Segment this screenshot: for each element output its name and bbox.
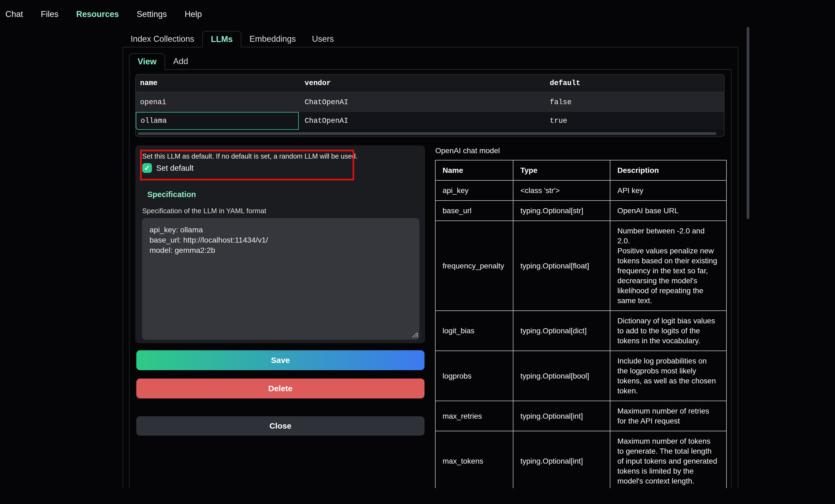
tab-index-collections[interactable]: Index Collections — [123, 31, 202, 47]
param-row-logprobs: logprobs typing.Optional[bool] Include l… — [435, 351, 727, 401]
params-header-row: Name Type Description — [435, 160, 727, 181]
close-button[interactable]: Close — [136, 416, 425, 436]
nav-item-resources[interactable]: Resources — [76, 8, 119, 20]
set-default-help-text: Set this LLM as default. If no default i… — [142, 152, 358, 160]
nav-item-help[interactable]: Help — [184, 8, 202, 20]
param-row-max-tokens: max_tokens typing.Optional[int] Maximum … — [435, 431, 727, 488]
param-row-frequency-penalty: frequency_penalty typing.Optional[float]… — [435, 221, 727, 311]
cell-ollama-vendor[interactable]: ChatOpenAI — [299, 112, 544, 130]
save-button[interactable]: Save — [136, 350, 425, 370]
main-tab-bar: Index Collections LLMs Embeddings Users — [123, 31, 738, 47]
params-header-type: Type — [513, 160, 610, 181]
table-horizontal-scrollbar[interactable] — [138, 132, 716, 135]
param-row-max-retries: max_retries typing.Optional[int] Maximum… — [435, 401, 727, 431]
nav-item-files[interactable]: Files — [41, 8, 58, 20]
top-nav: Chat Files Resources Settings Help — [0, 0, 835, 27]
tab-embeddings[interactable]: Embeddings — [241, 31, 304, 47]
table-row-openai[interactable]: openai ChatOpenAI false — [136, 92, 724, 112]
tab-users[interactable]: Users — [304, 31, 342, 47]
cell-openai-vendor[interactable]: ChatOpenAI — [299, 92, 544, 112]
cell-openai-name[interactable]: openai — [136, 92, 299, 112]
table-row-ollama[interactable]: ollama ChatOpenAI true — [136, 112, 724, 130]
set-default-label: Set default — [156, 164, 194, 173]
cell-ollama-name-selected[interactable]: ollama — [136, 112, 299, 130]
specification-textarea[interactable]: api_key: ollama base_url: http://localho… — [142, 218, 420, 340]
column-header-name[interactable]: name — [136, 75, 299, 92]
model-panel-title: OpenAI chat model — [435, 146, 500, 155]
cell-openai-default[interactable]: false — [544, 92, 724, 112]
column-header-default[interactable]: default — [544, 75, 724, 92]
specification-help-text: Specification of the LLM in YAML format — [142, 207, 266, 215]
nav-item-settings[interactable]: Settings — [137, 8, 167, 20]
params-header-name: Name — [435, 160, 513, 181]
delete-button[interactable]: Delete — [136, 379, 425, 398]
param-row-base-url: base_url typing.Optional[str] OpenAI bas… — [435, 201, 727, 221]
param-row-logit-bias: logit_bias typing.Optional[dict] Diction… — [435, 311, 727, 351]
set-default-row: ✓ Set default — [142, 163, 194, 173]
model-params-table-wrap: Name Type Description api_key <class 'st… — [435, 160, 727, 488]
vertical-scrollbar[interactable] — [747, 27, 749, 219]
view-add-tab-bar: View Add — [129, 53, 732, 70]
model-params-table: Name Type Description api_key <class 'st… — [435, 160, 727, 488]
specification-heading: Specification — [147, 190, 196, 199]
llm-detail-card: Set this LLM as default. If no default i… — [135, 145, 425, 343]
subtab-add[interactable]: Add — [165, 53, 196, 69]
nav-item-chat[interactable]: Chat — [5, 8, 23, 20]
cell-ollama-default[interactable]: true — [544, 112, 724, 130]
llm-table-header: name vendor default — [136, 75, 724, 92]
param-row-api-key: api_key <class 'str'> API key — [435, 181, 727, 201]
subtab-view[interactable]: View — [129, 53, 165, 70]
tab-llms[interactable]: LLMs — [202, 31, 241, 47]
set-default-checkbox[interactable]: ✓ — [142, 163, 152, 173]
llm-list-table: name vendor default openai ChatOpenAI fa… — [135, 74, 725, 137]
column-header-vendor[interactable]: vendor — [299, 75, 544, 92]
params-header-description: Description — [610, 160, 727, 181]
table-horizontal-scrollbar-track — [136, 130, 724, 136]
checkmark-icon: ✓ — [144, 165, 150, 171]
